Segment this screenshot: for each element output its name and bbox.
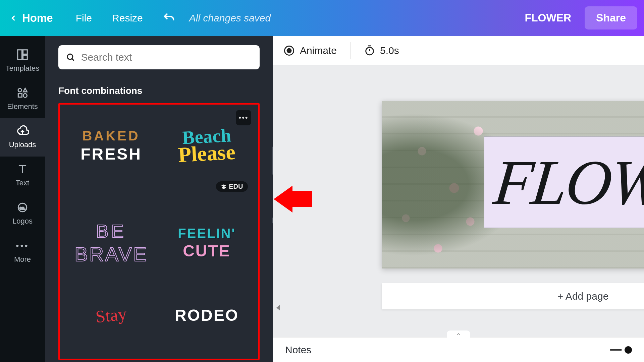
rail-elements[interactable]: Elements bbox=[0, 80, 45, 118]
combo-text: BRAVE bbox=[74, 243, 148, 266]
font-combo-be-brave[interactable]: BE BRAVE bbox=[68, 208, 155, 278]
svg-point-3 bbox=[18, 88, 21, 92]
notes-bar[interactable]: Notes bbox=[273, 337, 644, 362]
notes-expand-icon[interactable] bbox=[447, 330, 470, 338]
rail-label: Text bbox=[16, 179, 29, 187]
canvas-toolbar: Animate 5.0s bbox=[273, 36, 644, 65]
font-combinations-grid: ••• BAKED FRESH Beach Please EDU BE BRAV… bbox=[58, 103, 260, 360]
document-name[interactable]: FLOWER bbox=[525, 12, 571, 24]
svg-rect-2 bbox=[23, 55, 28, 60]
combo-text: FEELIN' bbox=[178, 226, 236, 241]
combo-text: BAKED bbox=[82, 128, 140, 143]
rail-label: Elements bbox=[7, 102, 38, 111]
home-button[interactable]: Home bbox=[22, 12, 53, 24]
zoom-track bbox=[610, 349, 622, 351]
rail-more[interactable]: ••• More bbox=[0, 233, 45, 271]
combo-text: BE bbox=[96, 220, 126, 242]
top-menu: File Resize bbox=[76, 12, 143, 24]
zoom-handle[interactable] bbox=[625, 346, 632, 354]
animate-button[interactable]: Animate bbox=[283, 45, 337, 57]
search-input[interactable] bbox=[81, 52, 252, 63]
svg-rect-5 bbox=[18, 94, 22, 97]
rail-uploads[interactable]: Uploads bbox=[0, 118, 45, 157]
rail-logos[interactable]: co. Logos bbox=[0, 195, 45, 233]
svg-point-12 bbox=[287, 49, 291, 53]
undo-icon[interactable] bbox=[162, 11, 176, 25]
timer-icon bbox=[364, 45, 375, 56]
elements-icon bbox=[16, 86, 29, 100]
logos-icon: co. bbox=[16, 201, 29, 214]
uploads-icon bbox=[16, 124, 29, 138]
text-element[interactable]: FLOWER bbox=[484, 137, 644, 228]
design-page[interactable]: FLOWER bbox=[382, 101, 644, 268]
share-button[interactable]: Share bbox=[585, 6, 637, 29]
search-box[interactable] bbox=[58, 45, 260, 69]
svg-line-10 bbox=[72, 59, 74, 61]
save-status: All changes saved bbox=[189, 12, 271, 24]
font-combo-feelin-cute[interactable]: FEELIN' CUTE bbox=[163, 208, 251, 278]
combo-text: Stay bbox=[95, 304, 127, 326]
svg-point-6 bbox=[23, 94, 27, 97]
svg-text:co.: co. bbox=[20, 206, 25, 210]
more-icon: ••• bbox=[16, 239, 29, 252]
font-combo-beach-please[interactable]: Beach Please EDU bbox=[163, 111, 251, 181]
rail-label: More bbox=[14, 255, 31, 264]
search-icon bbox=[66, 52, 75, 63]
zoom-slider[interactable] bbox=[610, 346, 632, 354]
side-rail: Templates Elements Uploads Text co. Logo… bbox=[0, 36, 45, 362]
font-combo-rodeo[interactable]: RODEO bbox=[163, 298, 251, 332]
top-bar: Home File Resize All changes saved FLOWE… bbox=[0, 0, 644, 36]
text-icon bbox=[16, 163, 29, 176]
file-menu[interactable]: File bbox=[76, 12, 92, 24]
templates-icon bbox=[16, 48, 29, 61]
rail-text[interactable]: Text bbox=[0, 157, 45, 195]
notes-label: Notes bbox=[285, 344, 311, 356]
svg-rect-1 bbox=[23, 50, 28, 54]
rail-label: Logos bbox=[12, 217, 33, 226]
rail-templates[interactable]: Templates bbox=[0, 42, 45, 80]
animate-icon bbox=[283, 45, 295, 57]
edu-badge: EDU bbox=[216, 181, 248, 192]
rail-label: Uploads bbox=[9, 140, 36, 149]
edu-icon bbox=[221, 184, 227, 190]
canvas-text: FLOWER bbox=[491, 146, 644, 219]
combo-text: Please bbox=[177, 140, 236, 168]
font-combo-baked-fresh[interactable]: BAKED FRESH bbox=[68, 111, 155, 181]
section-title: Font combinations bbox=[58, 85, 260, 96]
text-panel: Font combinations ••• BAKED FRESH Beach … bbox=[45, 36, 273, 362]
font-combo-stay[interactable]: Stay bbox=[68, 298, 155, 332]
canvas-area: Animate 5.0s FLOWER + Add page Notes bbox=[273, 36, 644, 362]
svg-rect-0 bbox=[18, 50, 22, 60]
combo-text: RODEO bbox=[175, 306, 239, 324]
back-icon[interactable] bbox=[7, 13, 20, 23]
resize-menu[interactable]: Resize bbox=[112, 12, 143, 24]
svg-marker-4 bbox=[23, 88, 27, 92]
svg-point-9 bbox=[67, 54, 73, 59]
duration-button[interactable]: 5.0s bbox=[364, 45, 399, 56]
canvas-stage[interactable]: FLOWER + Add page bbox=[273, 65, 644, 337]
combo-text: FRESH bbox=[80, 145, 142, 163]
combo-text: CUTE bbox=[183, 242, 231, 260]
rail-label: Templates bbox=[6, 64, 39, 73]
page-nav-left-icon[interactable] bbox=[276, 305, 280, 310]
add-page-button[interactable]: + Add page bbox=[382, 283, 644, 309]
